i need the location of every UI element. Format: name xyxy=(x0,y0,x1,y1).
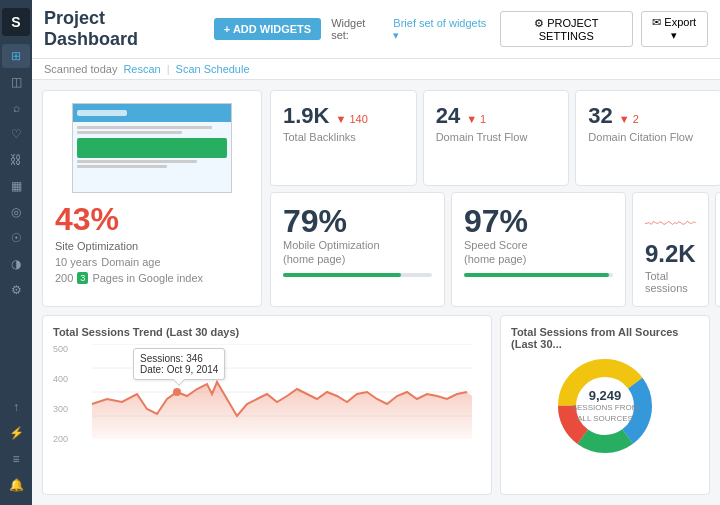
pages-stat: 200 3 Pages in Google index xyxy=(55,272,249,284)
site-screenshot xyxy=(72,103,232,193)
speed-score-sublabel: (home page) xyxy=(464,253,613,265)
speed-score-progress-fill xyxy=(464,273,609,277)
sessions-label: Total sessions xyxy=(645,270,696,294)
sessions-trend-chart: Total Sessions Trend (Last 30 days) 500 … xyxy=(42,315,492,495)
domain-trust-main: 24 ▼ 1 xyxy=(436,103,557,129)
header-actions: ⚙ PROJECT SETTINGS ✉ Export ▾ xyxy=(500,11,708,47)
speed-score-widget: 97% Speed Score (home page) xyxy=(451,192,626,307)
svg-point-4 xyxy=(173,388,181,396)
sidebar-item-dashboard[interactable]: ⊞ xyxy=(2,44,30,68)
speed-score-value: 97% xyxy=(464,205,613,237)
page-title: Project Dashboard xyxy=(44,8,196,50)
sessions-sparkline xyxy=(645,205,696,240)
site-optimization-label: Site Optimization xyxy=(55,240,249,252)
domain-trust-change: ▼ 1 xyxy=(466,113,486,125)
sessions-value: 9.2K xyxy=(645,240,696,268)
sessions-sources-title: Total Sessions from All Sources (Last 30… xyxy=(511,326,699,350)
sidebar-item-settings[interactable]: ⚙ xyxy=(2,278,30,302)
speed-score-progress-container xyxy=(464,273,613,277)
sessions-trend-title: Total Sessions Trend (Last 30 days) xyxy=(53,326,481,338)
donut-value: 9,249 xyxy=(572,388,639,403)
sidebar-item-rocket[interactable]: ↑ xyxy=(2,395,30,419)
chart-row: Total Sessions Trend (Last 30 days) 500 … xyxy=(42,315,710,495)
content-area: 43% Site Optimization 10 years Domain ag… xyxy=(32,80,720,505)
sidebar-item-barchart[interactable]: ▦ xyxy=(2,174,30,198)
sidebar-item-chat[interactable]: ☉ xyxy=(2,226,30,250)
header: Project Dashboard + ADD WIDGETS Widget s… xyxy=(32,0,720,59)
sidebar-item-bell[interactable]: 🔔 xyxy=(2,473,30,497)
donut-container: 9,249 SESSIONS FROMALL SOURCES xyxy=(511,356,699,456)
mobile-opt-label: Mobile Optimization xyxy=(283,239,432,251)
sessions-widget: 9.2K Total sessions xyxy=(632,192,709,307)
backlinks-main: 1.9K ▼ 140 xyxy=(283,103,404,129)
sub-header: Scanned today Rescan | Scan Schedule xyxy=(32,59,720,80)
sidebar: S ⊞ ◫ ⌕ ♡ ⛓ ▦ ◎ ☉ ◑ ⚙ ↑ ⚡ ≡ 🔔 xyxy=(0,0,32,505)
main-content: Project Dashboard + ADD WIDGETS Widget s… xyxy=(32,0,720,505)
metrics-bottom-row: 79% Mobile Optimization (home page) 97% … xyxy=(270,192,720,307)
domain-citation-widget: 32 ▼ 2 Domain Citation Flow xyxy=(575,90,720,186)
sessions-trend-area: 500 400 300 200 xyxy=(53,344,481,444)
backlinks-change: ▼ 140 xyxy=(335,113,367,125)
export-button[interactable]: ✉ Export ▾ xyxy=(641,11,709,47)
domain-age-stat: 10 years Domain age xyxy=(55,256,249,268)
domain-trust-value: 24 xyxy=(436,103,460,129)
sidebar-item-person[interactable]: ◑ xyxy=(2,252,30,276)
domain-citation-label: Domain Citation Flow xyxy=(588,131,709,143)
tooltip-date: Date: Oct 9, 2014 xyxy=(140,364,218,375)
chart-tooltip: Sessions: 346 Date: Oct 9, 2014 xyxy=(133,348,225,380)
domain-trust-widget: 24 ▼ 1 Domain Trust Flow xyxy=(423,90,570,186)
mobile-opt-value: 79% xyxy=(283,205,432,237)
speed-score-label: Speed Score xyxy=(464,239,613,251)
widget-set-label: Widget set: xyxy=(331,17,383,41)
metrics-top-row: 1.9K ▼ 140 Total Backlinks 24 ▼ 1 Domain… xyxy=(270,90,720,186)
mobile-opt-sublabel: (home page) xyxy=(283,253,432,265)
y-axis: 500 400 300 200 xyxy=(53,344,83,444)
scanned-label: Scanned today xyxy=(44,63,117,75)
sidebar-item-list[interactable]: ≡ xyxy=(2,447,30,471)
site-optimization-value: 43% xyxy=(55,201,249,238)
divider: | xyxy=(167,63,170,75)
tooltip-sessions: Sessions: 346 xyxy=(140,353,218,364)
scan-schedule-link[interactable]: Scan Schedule xyxy=(176,63,250,75)
sessions-sparkline-container xyxy=(645,205,696,240)
sidebar-item-search[interactable]: ⌕ xyxy=(2,96,30,120)
widget-set-selector[interactable]: Brief set of widgets ▾ xyxy=(393,17,490,42)
pages-badge: 3 xyxy=(77,272,88,284)
project-settings-button[interactable]: ⚙ PROJECT SETTINGS xyxy=(500,11,632,47)
sidebar-item-link[interactable]: ⛓ xyxy=(2,148,30,172)
backlinks-value: 1.9K xyxy=(283,103,329,129)
mobile-opt-progress-fill xyxy=(283,273,401,277)
sidebar-item-heart[interactable]: ♡ xyxy=(2,122,30,146)
keywords-widget: 53 Keywords in Top 10 xyxy=(715,192,720,307)
mobile-opt-progress-container xyxy=(283,273,432,277)
widgets-row-1: 43% Site Optimization 10 years Domain ag… xyxy=(42,90,710,307)
domain-citation-main: 32 ▼ 2 xyxy=(588,103,709,129)
add-widgets-button[interactable]: + ADD WIDGETS xyxy=(214,18,321,40)
sessions-sources-chart: Total Sessions from All Sources (Last 30… xyxy=(500,315,710,495)
sidebar-item-analytics[interactable]: ◫ xyxy=(2,70,30,94)
backlinks-widget: 1.9K ▼ 140 Total Backlinks xyxy=(270,90,417,186)
donut-center: 9,249 SESSIONS FROMALL SOURCES xyxy=(572,388,639,424)
sidebar-logo[interactable]: S xyxy=(2,8,30,36)
donut-label: SESSIONS FROMALL SOURCES xyxy=(572,403,639,424)
domain-citation-value: 32 xyxy=(588,103,612,129)
domain-trust-label: Domain Trust Flow xyxy=(436,131,557,143)
mobile-opt-widget: 79% Mobile Optimization (home page) xyxy=(270,192,445,307)
backlinks-label: Total Backlinks xyxy=(283,131,404,143)
sidebar-item-bolt[interactable]: ⚡ xyxy=(2,421,30,445)
rescan-link[interactable]: Rescan xyxy=(123,63,160,75)
site-overview-widget: 43% Site Optimization 10 years Domain ag… xyxy=(42,90,262,307)
sidebar-item-pin[interactable]: ◎ xyxy=(2,200,30,224)
domain-citation-change: ▼ 2 xyxy=(619,113,639,125)
metrics-column: 1.9K ▼ 140 Total Backlinks 24 ▼ 1 Domain… xyxy=(270,90,720,307)
